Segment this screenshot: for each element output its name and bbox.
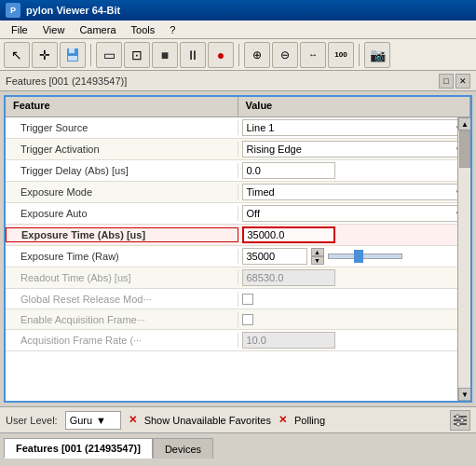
show-unavailable-label: Show Unavailable Favorites (144, 415, 271, 426)
close-icon[interactable]: ✕ (456, 74, 470, 89)
table-row: Exposure Time (Raw) ▲ ▼ (6, 246, 470, 267)
feature-label: Exposure Time (Raw) (6, 249, 238, 264)
feature-label: Exposure Mode (6, 185, 238, 199)
cell-value (238, 330, 471, 350)
scrollbar-track[interactable] (458, 130, 470, 388)
checkbox-container (242, 314, 253, 325)
menu-help[interactable]: ? (162, 22, 183, 37)
menu-bar: File View Camera Tools ? (0, 21, 476, 39)
record-btn[interactable]: ● (208, 42, 234, 68)
scrollbar: ▲ ▼ (457, 117, 470, 401)
table-row: Global Reset Release Mod··· (6, 289, 470, 309)
table-body: Trigger Source Line 1 ▼ Trigger Activati… (6, 117, 470, 401)
cell-value (238, 225, 471, 245)
tab-devices[interactable]: Devices (153, 438, 213, 459)
app-icon: P (6, 3, 20, 18)
stop-btn[interactable]: ■ (152, 42, 178, 68)
spinner-down-btn[interactable]: ▼ (311, 256, 324, 265)
zoom-in-btn[interactable]: ⊕ (244, 42, 270, 68)
svg-point-6 (456, 415, 459, 418)
window-tool-btn[interactable]: ⊡ (124, 42, 150, 68)
exposure-time-raw-input[interactable] (242, 248, 307, 265)
status-bar: User Level: Guru ▼ ✕ Show Unavailable Fa… (0, 406, 476, 432)
cell-value (238, 292, 471, 307)
feature-label: Exposure Time (Abs) [us] (6, 227, 238, 242)
table-row: Trigger Activation Rising Edge ▼ (6, 139, 470, 160)
feature-label: Readout Time (Abs) [us] (6, 270, 238, 285)
menu-camera[interactable]: Camera (72, 22, 123, 37)
menu-tools[interactable]: Tools (124, 22, 163, 37)
feature-label: Enable Acquisition Frame··· (6, 312, 238, 327)
checkbox-container (242, 294, 253, 305)
chevron-down-icon: ▼ (96, 415, 106, 426)
zoom-100-btn[interactable]: 100 (328, 42, 354, 68)
title-bar: P pylon Viewer 64-Bit (0, 0, 476, 21)
exposure-time-abs-input[interactable] (242, 226, 335, 243)
scroll-down-btn[interactable]: ▼ (458, 388, 471, 401)
exposure-time-raw-slider[interactable] (328, 254, 402, 259)
save-btn[interactable] (60, 42, 86, 68)
features-bar-controls: □ ✕ (439, 74, 470, 89)
table-header: Feature Value (6, 97, 470, 117)
separator-1 (90, 44, 91, 66)
table-row: Exposure Mode Timed ▼ (6, 182, 470, 203)
feature-label: Exposure Auto (6, 206, 238, 221)
pointer-tool-btn[interactable]: ↖ (4, 42, 30, 68)
rect-tool-btn[interactable]: ▭ (96, 42, 122, 68)
cell-value: Line 1 ▼ (238, 117, 471, 138)
feature-label: Trigger Activation (6, 142, 238, 157)
enable-acquisition-checkbox[interactable] (242, 314, 253, 325)
cell-value: Timed ▼ (238, 182, 471, 202)
separator-3 (359, 44, 360, 66)
feature-label: Trigger Delay (Abs) [us] (6, 163, 238, 178)
table-row: Enable Acquisition Frame··· (6, 309, 470, 330)
toolbar: ↖ ✛ ▭ ⊡ ■ ⏸ ● ⊕ ⊖ ↔ 100 📷 (0, 39, 476, 71)
x-mark-icon: ✕ (129, 414, 137, 426)
trigger-delay-input[interactable] (242, 162, 335, 179)
settings-icon-btn[interactable] (450, 410, 470, 431)
select-tool-btn[interactable]: ✛ (32, 42, 58, 68)
features-bar-title: Features [001 (21493547)] (6, 75, 127, 87)
spinner-container: ▲ ▼ (242, 248, 402, 265)
camera-btn[interactable]: 📷 (364, 42, 390, 68)
exposure-auto-dropdown[interactable]: Off ▼ (242, 205, 468, 222)
polling-label: Polling (294, 415, 325, 426)
table-row: Acquisition Frame Rate (··· (6, 330, 470, 351)
cell-value: ▲ ▼ (238, 246, 471, 267)
acquisition-frame-rate-input (242, 332, 335, 349)
trigger-source-dropdown[interactable]: Line 1 ▼ (242, 119, 468, 136)
menu-file[interactable]: File (4, 22, 35, 37)
trigger-activation-dropdown[interactable]: Rising Edge ▼ (242, 141, 468, 158)
feature-label: Global Reset Release Mod··· (6, 292, 238, 307)
zoom-out-btn[interactable]: ⊖ (272, 42, 298, 68)
main-content: Feature Value Trigger Source Line 1 ▼ Tr… (4, 95, 472, 403)
readout-time-abs-input (242, 269, 335, 286)
exposure-mode-dropdown[interactable]: Timed ▼ (242, 184, 468, 200)
user-level-value: Guru (70, 415, 92, 426)
scrollbar-thumb[interactable] (459, 130, 470, 168)
user-level-dropdown[interactable]: Guru ▼ (65, 411, 121, 430)
menu-view[interactable]: View (35, 22, 73, 37)
separator-2 (238, 44, 239, 66)
scroll-up-btn[interactable]: ▲ (458, 117, 471, 130)
svg-rect-2 (68, 56, 77, 61)
cell-value (238, 267, 471, 288)
cell-value (238, 312, 471, 327)
feature-label: Acquisition Frame Rate (··· (6, 333, 238, 348)
tab-features[interactable]: Features [001 (21493547)] (4, 438, 153, 459)
table-row: Exposure Time (Abs) [us] (6, 225, 470, 246)
svg-point-8 (456, 422, 460, 426)
features-bar: Features [001 (21493547)] □ ✕ (0, 71, 476, 91)
restore-btn[interactable]: □ (439, 74, 454, 89)
spinner-buttons: ▲ ▼ (311, 248, 324, 265)
spinner-up-btn[interactable]: ▲ (311, 248, 324, 256)
pause-btn[interactable]: ⏸ (180, 42, 206, 68)
table-row: Trigger Delay (Abs) [us] (6, 160, 470, 182)
feature-label: Trigger Source (6, 120, 238, 135)
feature-column-header: Feature (6, 97, 238, 116)
table-row: Readout Time (Abs) [us] (6, 267, 470, 289)
global-reset-checkbox[interactable] (242, 294, 253, 305)
fit-btn[interactable]: ↔ (300, 42, 326, 68)
title-bar-text: pylon Viewer 64-Bit (26, 5, 120, 16)
value-column-header: Value (238, 97, 471, 116)
